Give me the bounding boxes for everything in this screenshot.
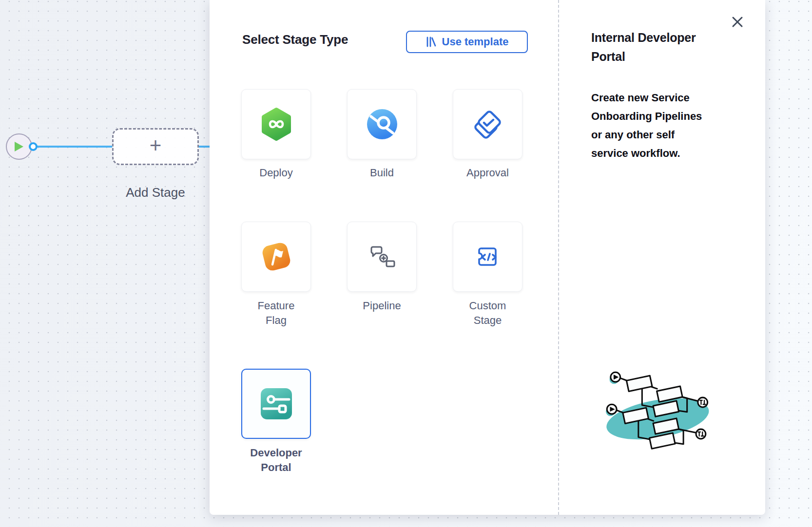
pipeline-start-node[interactable] bbox=[6, 133, 32, 160]
service-onboarding-pipelines-illustration bbox=[597, 363, 716, 460]
plus-icon: + bbox=[150, 135, 162, 156]
pipeline-nodes-icon bbox=[366, 241, 398, 273]
template-library-icon bbox=[425, 36, 437, 48]
add-stage-label: Add Stage bbox=[112, 185, 199, 200]
stage-label-deploy: Deploy bbox=[241, 166, 311, 180]
deploy-cd-icon bbox=[260, 107, 293, 142]
detail-panel-description: Create new Service Onboarding Pipelines … bbox=[591, 89, 708, 163]
approval-check-icon bbox=[471, 107, 505, 141]
stage-label-build: Build bbox=[347, 166, 417, 180]
detail-panel-title: Internal Developer Portal bbox=[591, 28, 713, 66]
close-icon bbox=[730, 15, 745, 29]
use-template-label: Use template bbox=[442, 36, 509, 48]
stage-label-developer-portal: Developer Portal bbox=[241, 446, 311, 475]
pipeline-studio-canvas: + Add Stage Select Stage Type Use templa… bbox=[0, 0, 812, 527]
add-stage-button[interactable]: + bbox=[112, 128, 199, 165]
build-ci-icon bbox=[366, 108, 398, 140]
panel-divider bbox=[558, 0, 559, 515]
use-template-button[interactable]: Use template bbox=[406, 31, 528, 53]
play-icon bbox=[14, 141, 24, 152]
developer-portal-icon bbox=[260, 388, 292, 420]
stage-tile-build[interactable] bbox=[347, 89, 417, 159]
stage-label-custom-stage: Custom Stage bbox=[453, 299, 522, 328]
stage-label-approval: Approval bbox=[453, 166, 522, 180]
connector-edge bbox=[199, 146, 211, 148]
custom-stage-code-icon bbox=[471, 240, 505, 274]
select-stage-type-modal: Select Stage Type Use template bbox=[210, 0, 765, 515]
stage-label-feature-flag: Feature Flag bbox=[241, 299, 311, 328]
connector-edge bbox=[36, 146, 113, 148]
stage-tile-custom-stage[interactable] bbox=[453, 222, 522, 292]
modal-title: Select Stage Type bbox=[242, 32, 348, 47]
stage-tile-deploy[interactable] bbox=[241, 89, 311, 159]
stage-label-pipeline: Pipeline bbox=[347, 299, 417, 313]
stage-tile-feature-flag[interactable] bbox=[241, 222, 311, 292]
close-button[interactable] bbox=[730, 15, 745, 29]
feature-flag-icon bbox=[259, 240, 293, 274]
connector-port[interactable] bbox=[29, 142, 38, 151]
stage-tile-developer-portal[interactable] bbox=[241, 369, 311, 439]
stage-tile-pipeline[interactable] bbox=[347, 222, 417, 292]
stage-tile-approval[interactable] bbox=[453, 89, 522, 159]
